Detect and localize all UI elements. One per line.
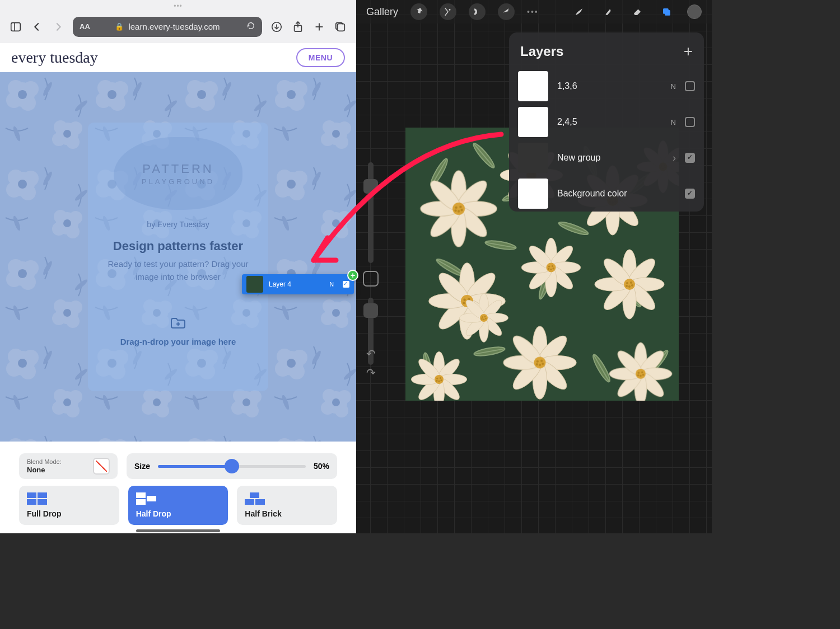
- color-picker[interactable]: [687, 4, 702, 19]
- site-logo[interactable]: every tuesday: [11, 49, 98, 67]
- blend-mode-label: Blend Mode:: [27, 458, 62, 466]
- layers-icon[interactable]: [658, 3, 675, 20]
- forward-button: [52, 20, 65, 34]
- svg-rect-32: [136, 492, 146, 498]
- upload-folder-icon: [170, 317, 186, 329]
- share-icon[interactable]: [291, 20, 305, 34]
- subheadline: Ready to test your pattern? Drag your im…: [101, 258, 255, 283]
- dragging-layer-label: Layer 4: [269, 280, 291, 288]
- size-value: 50%: [314, 462, 329, 471]
- svg-rect-35: [250, 492, 259, 498]
- menu-button[interactable]: MENU: [296, 48, 345, 67]
- multitask-indicator[interactable]: •••: [174, 2, 183, 10]
- blend-mode-control[interactable]: Blend Mode: None: [19, 453, 118, 479]
- full-drop-icon: [27, 492, 48, 505]
- svg-point-38: [449, 10, 450, 11]
- safari-toolbar: AA 🔒 learn.every-tuesday.com: [0, 10, 356, 43]
- add-layer-button[interactable]: +: [684, 43, 693, 60]
- slider-thumb[interactable]: [225, 459, 239, 473]
- svg-rect-36: [245, 499, 254, 505]
- reload-icon[interactable]: [246, 21, 255, 32]
- svg-rect-30: [27, 499, 36, 505]
- eraser-icon[interactable]: [629, 3, 646, 20]
- svg-rect-29: [38, 492, 47, 498]
- site-header: every tuesday MENU: [0, 43, 356, 72]
- gallery-button[interactable]: Gallery: [366, 6, 398, 18]
- half-drop-icon: [136, 492, 157, 505]
- downloads-icon[interactable]: [270, 20, 283, 34]
- drop-zone-label: Drag-n-drop your image here: [120, 337, 236, 346]
- size-control: Size 50%: [127, 453, 337, 479]
- layer-row[interactable]: 2,4,5 N: [509, 104, 704, 140]
- undo-redo: ↶ ↷: [361, 341, 381, 385]
- tabs-icon[interactable]: [334, 20, 347, 34]
- svg-rect-40: [665, 10, 670, 16]
- address-bar[interactable]: AA 🔒 learn.every-tuesday.com: [73, 17, 262, 37]
- svg-rect-28: [27, 492, 36, 498]
- svg-rect-0: [11, 22, 21, 31]
- reader-button[interactable]: AA: [80, 22, 90, 31]
- multitask-dots-right[interactable]: •••: [527, 7, 539, 16]
- transform-icon[interactable]: [498, 3, 515, 20]
- layer-row[interactable]: Background color: [509, 176, 704, 212]
- size-slider[interactable]: [158, 465, 306, 468]
- half-drop-button[interactable]: Half Drop: [128, 486, 228, 525]
- redo-button[interactable]: ↷: [361, 366, 381, 379]
- dragging-layer[interactable]: Layer 4 N +: [242, 274, 354, 294]
- dragging-layer-checkbox: [343, 281, 349, 288]
- dragging-layer-blend: N: [330, 281, 334, 288]
- modify-button[interactable]: [363, 271, 379, 287]
- drop-plus-icon: +: [347, 270, 358, 281]
- layer-blend-mode[interactable]: N: [671, 82, 676, 91]
- headline: Design patterns faster: [113, 239, 243, 254]
- safari-pane: ••• AA 🔒 learn.every-tuesday.com: [0, 0, 356, 533]
- layer-thumbnail[interactable]: [518, 179, 548, 209]
- back-button[interactable]: [30, 20, 44, 34]
- smudge-icon[interactable]: [600, 3, 617, 20]
- sidebar-toggle-icon[interactable]: [9, 20, 22, 34]
- url-text: learn.every-tuesday.com: [128, 22, 220, 31]
- adjustments-icon[interactable]: [440, 3, 456, 20]
- pattern-playground-card: PATTERN PLAYGROUND by Every Tuesday Desi…: [88, 123, 268, 391]
- layer-visibility-checkbox[interactable]: [685, 81, 695, 91]
- new-tab-icon[interactable]: [312, 20, 326, 34]
- half-brick-icon: [245, 492, 266, 505]
- layer-thumbnail[interactable]: [518, 143, 548, 173]
- layer-row[interactable]: New group ›: [509, 140, 704, 176]
- layer-visibility-checkbox[interactable]: [685, 117, 695, 127]
- drop-zone[interactable]: Drag-n-drop your image here: [120, 317, 236, 346]
- half-brick-button[interactable]: Half Brick: [237, 486, 337, 525]
- home-indicator[interactable]: [136, 529, 220, 532]
- selection-icon[interactable]: [469, 3, 486, 20]
- pattern-background: PATTERN PLAYGROUND by Every Tuesday Desi…: [0, 72, 356, 442]
- layer-thumbnail[interactable]: [518, 71, 548, 101]
- brush-opacity-handle[interactable]: [363, 303, 378, 318]
- chevron-right-icon[interactable]: ›: [673, 152, 676, 164]
- brush-size-handle[interactable]: [363, 179, 378, 194]
- blend-mode-value: None: [27, 466, 45, 474]
- layer-thumbnail[interactable]: [518, 107, 548, 137]
- blend-mode-swatch[interactable]: [93, 458, 110, 475]
- brush-icon[interactable]: [571, 3, 587, 20]
- layer-blend-mode[interactable]: N: [671, 118, 676, 126]
- layer-name[interactable]: 1,3,6: [557, 81, 662, 91]
- svg-rect-31: [38, 499, 47, 505]
- layer-visibility-checkbox[interactable]: [685, 189, 695, 199]
- layer-row[interactable]: 1,3,6 N: [509, 68, 704, 104]
- actions-icon[interactable]: [410, 3, 427, 20]
- size-label: Size: [134, 462, 150, 471]
- undo-button[interactable]: ↶: [361, 347, 381, 360]
- full-drop-button[interactable]: Full Drop: [19, 486, 119, 525]
- brush-sliders: [361, 162, 381, 365]
- svg-rect-33: [147, 496, 156, 501]
- brush-size-slider[interactable]: [368, 162, 374, 263]
- layer-name[interactable]: 2,4,5: [557, 117, 662, 127]
- layer-name[interactable]: Background color: [557, 189, 676, 199]
- svg-rect-37: [255, 499, 265, 505]
- dragging-layer-thumbnail: [246, 276, 263, 293]
- layer-name[interactable]: New group: [557, 153, 664, 163]
- lock-icon: 🔒: [115, 22, 124, 31]
- procreate-pane: Gallery ••• ↶ ↷: [356, 0, 712, 533]
- layer-visibility-checkbox[interactable]: [685, 153, 695, 163]
- svg-rect-34: [136, 499, 146, 505]
